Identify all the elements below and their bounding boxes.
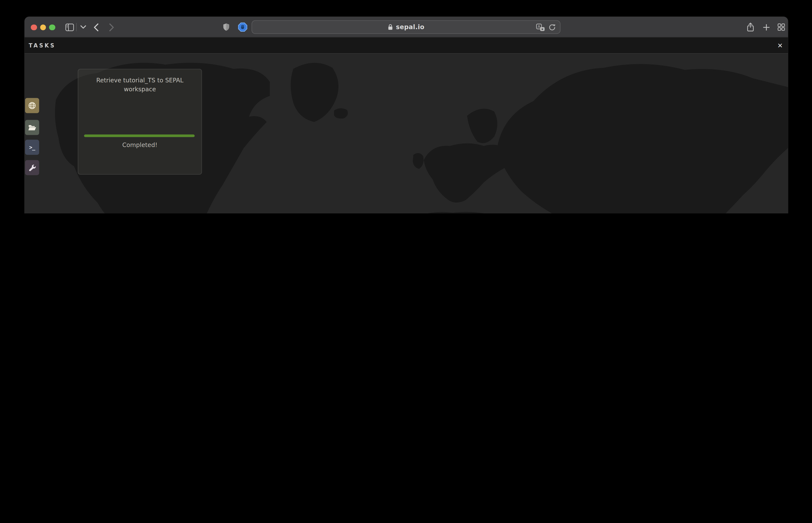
task-progress-fill	[84, 134, 194, 137]
zoom-window-button[interactable]	[49, 24, 55, 30]
task-progress-track	[84, 134, 194, 137]
wrench-icon	[29, 164, 36, 171]
globe-icon	[28, 102, 36, 110]
forward-icon[interactable]	[108, 17, 115, 37]
sidebar-item-apps[interactable]	[25, 160, 39, 175]
reload-icon[interactable]	[549, 23, 556, 31]
close-window-button[interactable]	[31, 24, 37, 30]
task-status: Completed!	[79, 141, 202, 148]
minimize-window-button[interactable]	[40, 24, 46, 30]
screen: sepal.io A★	[0, 0, 812, 213]
browser-window: sepal.io A★	[24, 17, 788, 213]
browser-toolbar: sepal.io A★	[24, 17, 788, 37]
folder-open-icon	[28, 124, 36, 131]
terminal-icon: >_	[29, 144, 35, 150]
svg-text:A: A	[538, 24, 540, 28]
sidebar-toggle-icon[interactable]	[64, 17, 74, 37]
url-host: sepal.io	[396, 23, 425, 31]
url-bar[interactable]: sepal.io A★	[252, 20, 560, 34]
sidebar-item-globe[interactable]	[25, 98, 39, 113]
task-title: Retrieve tutorial_TS to SEPAL workspace	[87, 76, 193, 94]
tab-overview-icon[interactable]	[777, 17, 785, 37]
tasks-header: TASKS ✕	[24, 37, 788, 54]
new-tab-icon[interactable]	[762, 17, 770, 37]
toolbar-divider	[76, 23, 77, 31]
sidebar-item-files[interactable]	[25, 120, 39, 135]
back-icon[interactable]	[92, 17, 100, 37]
lock-icon	[388, 24, 393, 31]
tasks-title: TASKS	[29, 37, 56, 54]
translate-icon[interactable]: A★	[536, 23, 545, 31]
close-tasks-icon[interactable]: ✕	[777, 37, 783, 54]
svg-text:★: ★	[541, 27, 543, 31]
page-content: TASKS ✕ Retrieve tutorial_TS to SEPAL wo…	[24, 37, 788, 213]
task-card: Retrieve tutorial_TS to SEPAL workspace …	[78, 69, 202, 175]
privacy-shield-icon[interactable]	[222, 17, 230, 37]
share-icon[interactable]	[746, 17, 755, 37]
chevron-down-icon[interactable]	[79, 17, 86, 37]
sidebar-item-terminal[interactable]: >_	[25, 140, 39, 155]
content-blocker-icon[interactable]	[238, 17, 247, 37]
